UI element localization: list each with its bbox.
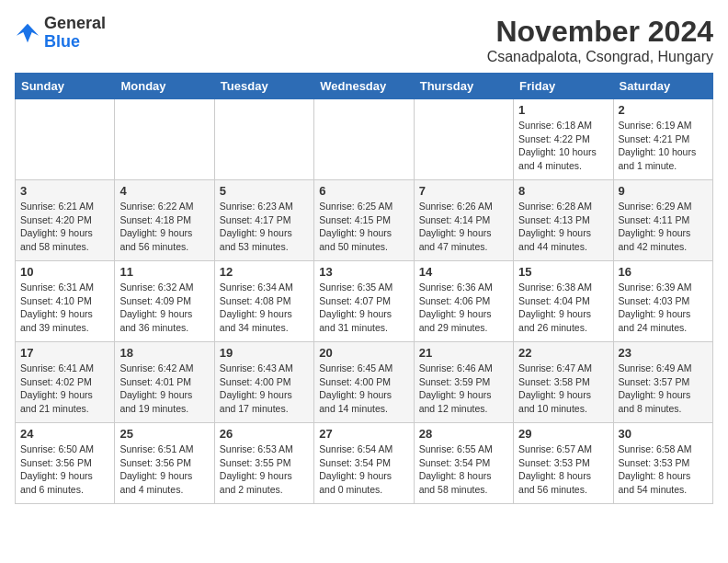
calendar-cell: 13Sunrise: 6:35 AM Sunset: 4:07 PM Dayli… <box>314 261 414 342</box>
day-info: Sunrise: 6:50 AM Sunset: 3:56 PM Dayligh… <box>20 442 109 497</box>
day-info: Sunrise: 6:18 AM Sunset: 4:22 PM Dayligh… <box>518 119 608 173</box>
day-info: Sunrise: 6:28 AM Sunset: 4:13 PM Dayligh… <box>518 200 608 254</box>
day-number: 21 <box>419 346 508 360</box>
calendar-cell: 26Sunrise: 6:53 AM Sunset: 3:55 PM Dayli… <box>214 423 313 504</box>
weekday-header: Saturday <box>613 74 712 99</box>
weekday-header-row: SundayMondayTuesdayWednesdayThursdayFrid… <box>16 74 713 99</box>
weekday-header: Thursday <box>414 74 513 99</box>
day-number: 28 <box>419 427 508 441</box>
day-number: 9 <box>619 184 708 198</box>
title-block: November 2024 Csanadpalota, Csongrad, Hu… <box>487 15 713 65</box>
day-info: Sunrise: 6:53 AM Sunset: 3:55 PM Dayligh… <box>220 442 309 497</box>
day-info: Sunrise: 6:58 AM Sunset: 3:53 PM Dayligh… <box>619 442 708 497</box>
day-info: Sunrise: 6:32 AM Sunset: 4:09 PM Dayligh… <box>119 281 209 335</box>
calendar-cell <box>214 99 313 180</box>
logo-icon <box>15 20 40 46</box>
calendar-week-row: 10Sunrise: 6:31 AM Sunset: 4:10 PM Dayli… <box>16 261 713 342</box>
day-number: 6 <box>319 184 408 198</box>
day-number: 19 <box>220 346 309 360</box>
day-number: 27 <box>319 427 408 441</box>
logo-text: General Blue <box>44 15 106 52</box>
day-number: 20 <box>319 346 408 360</box>
calendar-cell: 16Sunrise: 6:39 AM Sunset: 4:03 PM Dayli… <box>613 261 712 342</box>
calendar-cell: 1Sunrise: 6:18 AM Sunset: 4:22 PM Daylig… <box>514 99 613 180</box>
day-number: 16 <box>619 265 708 279</box>
day-info: Sunrise: 6:25 AM Sunset: 4:15 PM Dayligh… <box>319 200 408 254</box>
weekday-header: Wednesday <box>314 74 414 99</box>
day-number: 26 <box>220 427 309 441</box>
day-number: 4 <box>119 184 209 198</box>
calendar-cell: 9Sunrise: 6:29 AM Sunset: 4:11 PM Daylig… <box>613 180 712 261</box>
day-info: Sunrise: 6:42 AM Sunset: 4:01 PM Dayligh… <box>119 362 209 416</box>
day-info: Sunrise: 6:35 AM Sunset: 4:07 PM Dayligh… <box>319 281 408 335</box>
day-info: Sunrise: 6:41 AM Sunset: 4:02 PM Dayligh… <box>20 362 109 416</box>
day-number: 2 <box>619 103 708 117</box>
calendar-cell: 3Sunrise: 6:21 AM Sunset: 4:20 PM Daylig… <box>16 180 115 261</box>
day-info: Sunrise: 6:21 AM Sunset: 4:20 PM Dayligh… <box>20 200 109 254</box>
calendar-cell: 8Sunrise: 6:28 AM Sunset: 4:13 PM Daylig… <box>514 180 613 261</box>
day-info: Sunrise: 6:45 AM Sunset: 4:00 PM Dayligh… <box>319 362 408 416</box>
calendar-cell: 5Sunrise: 6:23 AM Sunset: 4:17 PM Daylig… <box>214 180 313 261</box>
calendar-cell: 29Sunrise: 6:57 AM Sunset: 3:53 PM Dayli… <box>514 423 613 504</box>
calendar-cell: 15Sunrise: 6:38 AM Sunset: 4:04 PM Dayli… <box>514 261 613 342</box>
calendar-cell: 7Sunrise: 6:26 AM Sunset: 4:14 PM Daylig… <box>414 180 513 261</box>
day-number: 3 <box>20 184 109 198</box>
weekday-header: Monday <box>115 74 214 99</box>
day-number: 12 <box>220 265 309 279</box>
day-info: Sunrise: 6:29 AM Sunset: 4:11 PM Dayligh… <box>619 200 708 254</box>
calendar-cell: 30Sunrise: 6:58 AM Sunset: 3:53 PM Dayli… <box>613 423 712 504</box>
day-info: Sunrise: 6:19 AM Sunset: 4:21 PM Dayligh… <box>619 119 708 173</box>
calendar-cell: 23Sunrise: 6:49 AM Sunset: 3:57 PM Dayli… <box>613 342 712 423</box>
day-number: 11 <box>119 265 209 279</box>
day-number: 8 <box>518 184 608 198</box>
day-number: 5 <box>220 184 309 198</box>
calendar-cell <box>314 99 414 180</box>
day-number: 13 <box>319 265 408 279</box>
day-number: 10 <box>20 265 109 279</box>
calendar-cell: 22Sunrise: 6:47 AM Sunset: 3:58 PM Dayli… <box>514 342 613 423</box>
calendar-cell: 6Sunrise: 6:25 AM Sunset: 4:15 PM Daylig… <box>314 180 414 261</box>
calendar-cell: 20Sunrise: 6:45 AM Sunset: 4:00 PM Dayli… <box>314 342 414 423</box>
page-header: General Blue November 2024 Csanadpalota,… <box>15 15 713 65</box>
day-number: 7 <box>419 184 508 198</box>
calendar-table: SundayMondayTuesdayWednesdayThursdayFrid… <box>15 73 713 504</box>
weekday-header: Friday <box>514 74 613 99</box>
day-info: Sunrise: 6:36 AM Sunset: 4:06 PM Dayligh… <box>419 281 508 335</box>
location: Csanadpalota, Csongrad, Hungary <box>487 49 713 65</box>
day-number: 15 <box>518 265 608 279</box>
day-number: 23 <box>619 346 708 360</box>
calendar-cell <box>414 99 513 180</box>
month-title: November 2024 <box>487 15 713 49</box>
day-info: Sunrise: 6:22 AM Sunset: 4:18 PM Dayligh… <box>119 200 209 254</box>
day-info: Sunrise: 6:38 AM Sunset: 4:04 PM Dayligh… <box>518 281 608 335</box>
calendar-cell: 10Sunrise: 6:31 AM Sunset: 4:10 PM Dayli… <box>16 261 115 342</box>
day-info: Sunrise: 6:49 AM Sunset: 3:57 PM Dayligh… <box>619 362 708 416</box>
day-info: Sunrise: 6:23 AM Sunset: 4:17 PM Dayligh… <box>220 200 309 254</box>
logo: General Blue <box>15 15 106 52</box>
calendar-cell <box>115 99 214 180</box>
calendar-cell: 19Sunrise: 6:43 AM Sunset: 4:00 PM Dayli… <box>214 342 313 423</box>
calendar-week-row: 24Sunrise: 6:50 AM Sunset: 3:56 PM Dayli… <box>16 423 713 504</box>
day-number: 29 <box>518 427 608 441</box>
calendar-cell: 24Sunrise: 6:50 AM Sunset: 3:56 PM Dayli… <box>16 423 115 504</box>
day-number: 22 <box>518 346 608 360</box>
calendar-cell: 25Sunrise: 6:51 AM Sunset: 3:56 PM Dayli… <box>115 423 214 504</box>
calendar-week-row: 1Sunrise: 6:18 AM Sunset: 4:22 PM Daylig… <box>16 99 713 180</box>
day-number: 17 <box>20 346 109 360</box>
day-info: Sunrise: 6:43 AM Sunset: 4:00 PM Dayligh… <box>220 362 309 416</box>
calendar-cell: 12Sunrise: 6:34 AM Sunset: 4:08 PM Dayli… <box>214 261 313 342</box>
calendar-cell: 11Sunrise: 6:32 AM Sunset: 4:09 PM Dayli… <box>115 261 214 342</box>
day-info: Sunrise: 6:51 AM Sunset: 3:56 PM Dayligh… <box>119 442 209 497</box>
calendar-cell: 17Sunrise: 6:41 AM Sunset: 4:02 PM Dayli… <box>16 342 115 423</box>
weekday-header: Sunday <box>16 74 115 99</box>
day-info: Sunrise: 6:34 AM Sunset: 4:08 PM Dayligh… <box>220 281 309 335</box>
day-info: Sunrise: 6:46 AM Sunset: 3:59 PM Dayligh… <box>419 362 508 416</box>
day-number: 18 <box>119 346 209 360</box>
day-number: 30 <box>619 427 708 441</box>
calendar-cell: 4Sunrise: 6:22 AM Sunset: 4:18 PM Daylig… <box>115 180 214 261</box>
calendar-cell <box>16 99 115 180</box>
day-info: Sunrise: 6:55 AM Sunset: 3:54 PM Dayligh… <box>419 442 508 497</box>
calendar-week-row: 3Sunrise: 6:21 AM Sunset: 4:20 PM Daylig… <box>16 180 713 261</box>
day-number: 24 <box>20 427 109 441</box>
calendar-cell: 18Sunrise: 6:42 AM Sunset: 4:01 PM Dayli… <box>115 342 214 423</box>
